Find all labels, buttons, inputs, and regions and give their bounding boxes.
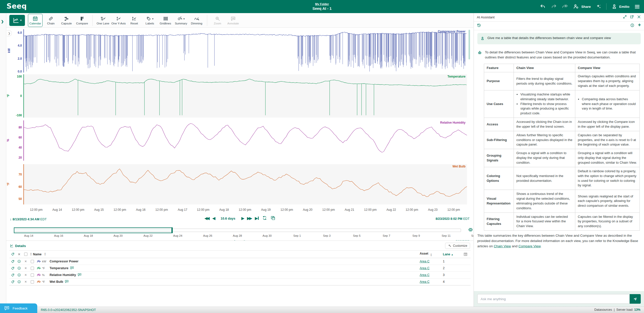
info-icon[interactable]: [630, 23, 634, 28]
info-icon[interactable]: [16, 273, 22, 277]
compare-view-link[interactable]: Compare View: [518, 244, 541, 248]
pin-icon[interactable]: [9, 280, 16, 284]
toolbar-button-calendar[interactable]: Calendar: [28, 14, 43, 27]
step-forward-fast-icon[interactable]: ▶▶: [247, 216, 251, 221]
lane-label-4[interactable]: Wet Bulb: [452, 165, 466, 168]
view-mode-button[interactable]: ▾: [9, 15, 25, 26]
step-forward-icon[interactable]: ▶: [241, 216, 244, 221]
details-row-wet-bulb[interactable]: ✕°FWet Bulb Area C4: [9, 279, 471, 285]
toolbar-button-oneyaxis[interactable]: One Y-Axis: [111, 14, 126, 27]
duration-label[interactable]: 10.6 days: [218, 216, 238, 221]
comment-icon[interactable]: [65, 280, 69, 284]
asset-link[interactable]: Area C: [420, 266, 430, 270]
feedback-button[interactable]: Feedback: [0, 303, 37, 313]
column-header-lane[interactable]: Lane ▲: [443, 253, 460, 256]
toolbar-button-dimming[interactable]: Dimming: [189, 14, 204, 27]
pin-icon[interactable]: [9, 260, 16, 263]
toolbar-button-reset[interactable]: Reset: [127, 14, 141, 27]
signal-name[interactable]: Temperature: [50, 266, 420, 270]
breadcrumb[interactable]: My Folder: [315, 3, 329, 6]
column-header-asset[interactable]: Asset ▲▼: [420, 252, 443, 257]
lane-label-3[interactable]: Relative Humidity: [440, 121, 466, 124]
comment-icon[interactable]: [70, 266, 74, 270]
y-axis-lane-1[interactable]: [23, 29, 24, 73]
details-row-temperature[interactable]: ✕°FTemperature Area C2: [9, 265, 471, 272]
open-in-window-icon[interactable]: [630, 15, 634, 20]
user-profile-icon[interactable]: [611, 3, 618, 10]
expand-range-icon[interactable]: [468, 227, 473, 234]
copy-range-icon[interactable]: [270, 216, 275, 221]
step-to-end-icon[interactable]: ▶: [255, 216, 259, 221]
remove-all-icon[interactable]: ✕: [16, 253, 22, 256]
toolbar-button-capsule[interactable]: Capsule: [59, 14, 74, 27]
select-all-checkbox[interactable]: [22, 253, 29, 256]
new-chat-icon[interactable]: +: [638, 23, 641, 28]
ai-sparkles-icon[interactable]: [595, 3, 602, 10]
chain-view-link[interactable]: Chain View: [494, 244, 511, 248]
pin-column-icon[interactable]: [9, 252, 16, 256]
share-button[interactable]: Share: [581, 5, 591, 9]
signal-name[interactable]: Relative Humidity: [50, 273, 420, 277]
toolbar-button-chain[interactable]: Chain: [44, 14, 58, 27]
remove-icon[interactable]: ✕: [22, 280, 29, 284]
user-name[interactable]: Emilio: [619, 5, 629, 9]
customize-button[interactable]: Customize: [445, 243, 470, 249]
sort-icon[interactable]: ▲▼: [30, 253, 32, 256]
signal-name[interactable]: Compressor Power: [50, 260, 420, 263]
expand-panel-icon[interactable]: ❯: [1, 20, 4, 23]
close-icon[interactable]: [637, 15, 641, 20]
comment-icon[interactable]: [78, 273, 82, 277]
pin-icon[interactable]: [9, 273, 16, 277]
columns-icon[interactable]: [460, 252, 471, 256]
redo-icon[interactable]: [551, 3, 557, 10]
remove-icon[interactable]: ✕: [22, 260, 29, 263]
step-back-fast-icon[interactable]: ◀◀: [205, 216, 209, 221]
column-header-name[interactable]: Name ▲▼: [33, 253, 420, 256]
toolbar-button-gridlines[interactable]: Gridlines: [158, 14, 173, 27]
chat-history-icon[interactable]: [477, 23, 481, 28]
fast-forward-icon[interactable]: [562, 3, 568, 10]
asset-link[interactable]: Area C: [420, 273, 430, 277]
toolbar-button-labels[interactable]: ▾Labels: [142, 14, 157, 27]
row-checkbox[interactable]: [29, 273, 35, 277]
y-axis-lane-3[interactable]: [23, 120, 24, 161]
info-icon[interactable]: [16, 280, 22, 284]
send-button[interactable]: [630, 294, 641, 304]
signal-name[interactable]: Wet Bulb: [50, 280, 420, 284]
lane-scrollbar[interactable]: [469, 30, 470, 59]
expand-panel-icon[interactable]: [623, 15, 627, 20]
row-checkbox[interactable]: [29, 260, 35, 263]
remove-icon[interactable]: ✕: [22, 266, 29, 270]
auto-update-icon[interactable]: [262, 216, 267, 221]
trend-lane-4[interactable]: Wet Bulb: [24, 164, 467, 204]
toolbar-button-onelane[interactable]: One Lane: [96, 14, 110, 27]
lane-label-2[interactable]: Temperature: [447, 75, 466, 78]
undo-icon[interactable]: [540, 3, 546, 10]
server-status[interactable]: Datasources | Server load: 13%: [594, 308, 640, 311]
display-range-start[interactable]: ↓8/13/2023 4:34 AM EDT: [10, 217, 47, 221]
chat-input[interactable]: [477, 294, 630, 304]
lane-label-1[interactable]: Compressor Power: [438, 30, 466, 33]
toolbar-button-compare[interactable]: Compare: [75, 14, 89, 27]
range-slider-selection[interactable]: [14, 227, 172, 233]
trend-lane-2[interactable]: Temperature: [24, 74, 467, 118]
y-axis-lane-4[interactable]: [23, 164, 24, 204]
y-axis-lane-2[interactable]: [23, 74, 24, 118]
remove-icon[interactable]: ✕: [22, 273, 29, 277]
info-icon[interactable]: [16, 266, 22, 270]
asset-link[interactable]: Area C: [420, 280, 430, 284]
access-share-icon[interactable]: [573, 3, 579, 10]
row-checkbox[interactable]: [29, 280, 35, 284]
range-slider-handle[interactable]: [171, 227, 173, 233]
row-checkbox[interactable]: [29, 267, 35, 270]
details-row-compressor-power[interactable]: ✕kWCompressor PowerArea C1: [9, 258, 471, 265]
info-icon[interactable]: [16, 260, 22, 263]
toolbar-button-summary[interactable]: ▾Summary: [174, 14, 188, 27]
seeq-logo[interactable]: Seeq: [7, 2, 27, 10]
hamburger-menu-icon[interactable]: [634, 3, 640, 10]
asset-link[interactable]: Area C: [420, 260, 430, 263]
display-range-end[interactable]: 8/23/2023 8:02 PM EDT: [436, 217, 470, 221]
trend-lane-3[interactable]: Relative Humidity: [24, 120, 467, 161]
details-row-relative-humidity[interactable]: ✕%Relative Humidity Area C3: [9, 272, 471, 279]
step-back-icon[interactable]: ◀: [212, 216, 215, 221]
